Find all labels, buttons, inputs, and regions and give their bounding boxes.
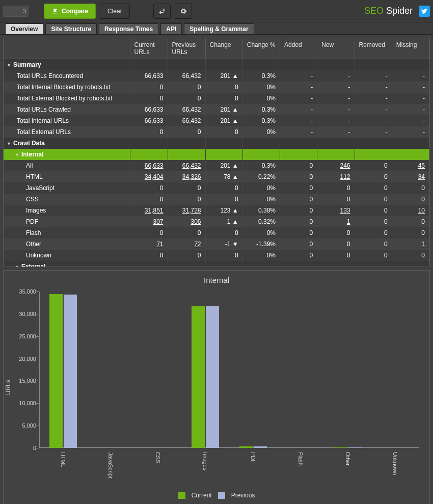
crawl-tab-stub[interactable]: 3 xyxy=(3,6,29,17)
overview-table-body-scroll[interactable]: ▼Summary Total URLs Encountered66,63366,… xyxy=(4,59,429,267)
table-row[interactable]: Other7172-1 ▼-1.39%0001 xyxy=(4,238,429,250)
table-row[interactable]: Flash0000%0000 xyxy=(4,227,429,238)
balance-scale-icon xyxy=(51,8,59,15)
table-row[interactable]: Total URLs Crawled66,63366,432201 ▲0.3%-… xyxy=(4,104,429,115)
col-new[interactable]: New xyxy=(317,38,355,59)
chart-category: Flash xyxy=(277,291,324,448)
table-row[interactable]: Images31,85131,728123 ▲0.38%0133010 xyxy=(4,205,429,216)
col-change[interactable]: Change xyxy=(205,38,242,59)
col-name[interactable] xyxy=(4,38,130,59)
chart-category: Other xyxy=(324,291,372,448)
chart-category-label: Other xyxy=(345,452,351,466)
table-row[interactable]: HTML34,40434,32678 ▲0.22%0112034 xyxy=(4,171,429,182)
chart-category-label: PDF xyxy=(250,452,256,463)
chart-title: Internal xyxy=(4,271,429,286)
clear-label: Clear xyxy=(107,8,122,15)
overview-table-header: Current URLs Previous URLs Change Change… xyxy=(4,38,429,59)
chart-bar xyxy=(206,306,219,448)
table-row[interactable]: JavaScript0000%0000 xyxy=(4,182,429,194)
swap-button[interactable] xyxy=(153,4,171,19)
group-row[interactable]: ▼External xyxy=(4,261,429,267)
table-row[interactable]: PDF3073061 ▲0.32%0100 xyxy=(4,216,429,227)
col-current[interactable]: Current URLs xyxy=(130,38,168,59)
chart-category-label: JavaScript xyxy=(107,452,114,478)
table-row[interactable]: Total External URLs0000%---- xyxy=(4,126,429,138)
chart-category: HTML xyxy=(39,291,87,448)
toolbar: 3 Compare Clear SEO Spider xyxy=(0,0,433,22)
chart-bar xyxy=(254,446,267,448)
table-row[interactable]: Unknown0000%0000 xyxy=(4,250,429,261)
chart-category: Images xyxy=(182,291,229,448)
col-changepct[interactable]: Change % xyxy=(242,38,280,59)
col-added[interactable]: Added xyxy=(280,38,317,59)
group-row[interactable]: ▼Internal xyxy=(4,149,429,160)
chart-category-label: Unknown xyxy=(392,452,398,475)
chart-bar xyxy=(334,447,347,448)
chart-bar xyxy=(239,446,253,448)
compare-button[interactable]: Compare xyxy=(44,4,96,19)
legend-previous: Previous xyxy=(231,492,255,499)
chart-category: PDF xyxy=(229,291,277,448)
col-removed[interactable]: Removed xyxy=(355,38,392,59)
group-row[interactable]: ▼Summary xyxy=(4,59,429,70)
settings-button[interactable] xyxy=(175,4,192,19)
clear-button[interactable]: Clear xyxy=(100,4,130,19)
chart-bar xyxy=(64,295,77,448)
compare-label: Compare xyxy=(62,8,88,15)
chart-category-label: CSS xyxy=(155,452,161,464)
overview-panel: Current URLs Previous URLs Change Change… xyxy=(3,38,430,267)
chart-category-label: Flash xyxy=(297,452,304,466)
tab-spelling-grammar[interactable]: Spelling & Grammar xyxy=(184,23,254,34)
chart-bar xyxy=(192,306,205,448)
brand-title: SEO Spider xyxy=(364,6,413,16)
legend-swatch-current xyxy=(178,492,185,499)
chart-category: JavaScript xyxy=(87,291,134,448)
tab-response-times[interactable]: Response Times xyxy=(99,23,158,34)
col-missing[interactable]: Missing xyxy=(392,38,429,59)
chart-category-label: HTML xyxy=(60,452,66,467)
legend-swatch-previous xyxy=(218,492,225,499)
swap-icon xyxy=(158,8,166,15)
twitter-icon xyxy=(421,8,428,15)
table-row[interactable]: Total Internal URLs66,63366,432201 ▲0.3%… xyxy=(4,115,429,126)
table-row[interactable]: CSS0000%0000 xyxy=(4,194,429,205)
chart-category: CSS xyxy=(134,291,182,448)
twitter-button[interactable] xyxy=(419,6,430,17)
chart-category-label: Images xyxy=(202,452,208,470)
chart-bar xyxy=(49,294,63,448)
table-row[interactable]: Total URLs Encountered66,63366,432201 ▲0… xyxy=(4,70,429,82)
chart-panel: Internal URLs 05,00010,00015,00020,00025… xyxy=(3,270,430,504)
chart-legend: Current Previous xyxy=(4,489,429,504)
overview-table: ▼Summary Total URLs Encountered66,63366,… xyxy=(4,59,429,267)
chart-ylabel: URLs xyxy=(4,380,15,395)
group-row[interactable]: ▼Crawl Data xyxy=(4,138,429,149)
legend-current: Current xyxy=(192,492,212,499)
chart-category: Unknown xyxy=(372,291,419,448)
col-previous[interactable]: Previous URLs xyxy=(168,38,205,59)
tab-api[interactable]: API xyxy=(160,23,182,34)
gear-icon xyxy=(180,8,187,15)
chart-bar xyxy=(348,447,362,448)
subtab-bar: Overview Site Structure Response Times A… xyxy=(0,22,433,35)
tab-site-structure[interactable]: Site Structure xyxy=(45,23,97,34)
table-row[interactable]: All66,63366,432201 ▲0.3%0246045 xyxy=(4,160,429,171)
chart-plot: 05,00010,00015,00020,00025,00030,00035,0… xyxy=(15,286,429,489)
table-row[interactable]: Total Internal Blocked by robots.txt0000… xyxy=(4,82,429,93)
table-row[interactable]: Total External Blocked by robots.txt0000… xyxy=(4,93,429,104)
tab-overview[interactable]: Overview xyxy=(5,23,43,34)
